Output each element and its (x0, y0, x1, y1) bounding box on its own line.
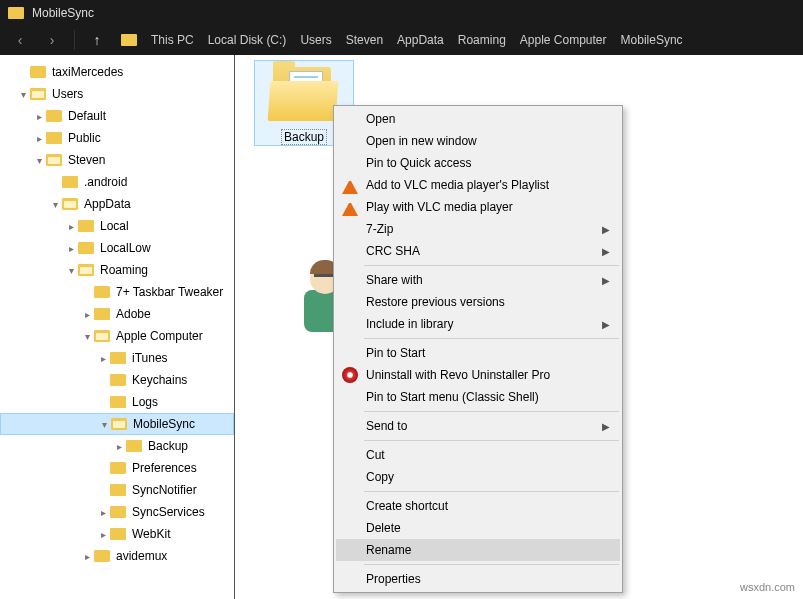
context-menu[interactable]: OpenOpen in new windowPin to Quick acces… (333, 105, 623, 593)
folder-icon (269, 67, 339, 121)
tree-item[interactable]: taxiMercedes (0, 61, 234, 83)
tree-item-label: Adobe (116, 307, 151, 321)
menu-item[interactable]: Copy (336, 466, 620, 488)
menu-item[interactable]: Rename (336, 539, 620, 561)
separator (74, 30, 75, 50)
tree-item[interactable]: ▾AppData (0, 193, 234, 215)
chevron-right-icon[interactable]: ▸ (96, 529, 110, 540)
menu-item[interactable]: Include in library▶ (336, 313, 620, 335)
menu-item[interactable]: Uninstall with Revo Uninstaller Pro (336, 364, 620, 386)
tree-item-label: .android (84, 175, 127, 189)
forward-button[interactable]: › (38, 28, 66, 52)
tree-item[interactable]: SyncNotifier (0, 479, 234, 501)
tree-item[interactable]: ▸Public (0, 127, 234, 149)
menu-separator (364, 491, 619, 492)
tree-item[interactable]: ▾MobileSync (0, 413, 234, 435)
menu-separator (364, 338, 619, 339)
folder-icon (111, 418, 127, 430)
folder-icon (110, 462, 126, 474)
chevron-right-icon[interactable]: ▸ (32, 111, 46, 122)
chevron-right-icon[interactable]: ▸ (64, 221, 78, 232)
menu-item[interactable]: Add to VLC media player's Playlist (336, 174, 620, 196)
menu-item[interactable]: Open (336, 108, 620, 130)
tree-item[interactable]: ▸WebKit (0, 523, 234, 545)
back-button[interactable]: ‹ (6, 28, 34, 52)
tree-item[interactable]: ▸LocalLow (0, 237, 234, 259)
tree-item[interactable]: Logs (0, 391, 234, 413)
folder-icon (110, 352, 126, 364)
tree-item[interactable]: ▾Users (0, 83, 234, 105)
folder-icon (78, 264, 94, 276)
menu-item[interactable]: Cut (336, 444, 620, 466)
tree-item[interactable]: Keychains (0, 369, 234, 391)
tree-item-label: avidemux (116, 549, 167, 563)
folder-icon (46, 110, 62, 122)
breadcrumb-item[interactable]: Local Disk (C:) (208, 33, 287, 47)
breadcrumb-item[interactable]: Roaming (458, 33, 506, 47)
chevron-right-icon[interactable]: ▸ (112, 441, 126, 452)
menu-item[interactable]: Pin to Start menu (Classic Shell) (336, 386, 620, 408)
tree-item[interactable]: ▸Default (0, 105, 234, 127)
menu-item[interactable]: Pin to Quick access (336, 152, 620, 174)
up-button[interactable]: ↑ (83, 28, 111, 52)
chevron-down-icon[interactable]: ▾ (80, 331, 94, 342)
chevron-right-icon[interactable]: ▸ (32, 133, 46, 144)
menu-item[interactable]: Open in new window (336, 130, 620, 152)
folder-icon (78, 220, 94, 232)
chevron-down-icon[interactable]: ▾ (48, 199, 62, 210)
menu-item-label: Delete (366, 521, 401, 535)
tree-item[interactable]: ▸SyncServices (0, 501, 234, 523)
breadcrumb-item[interactable]: Users (300, 33, 331, 47)
tree-item[interactable]: ▸Adobe (0, 303, 234, 325)
menu-item[interactable]: 7-Zip▶ (336, 218, 620, 240)
breadcrumb-item[interactable]: This PC (151, 33, 194, 47)
tree-item[interactable]: ▸Backup (0, 435, 234, 457)
folder-tree[interactable]: taxiMercedes▾Users▸Default▸Public▾Steven… (0, 55, 235, 599)
menu-separator (364, 265, 619, 266)
menu-item-label: CRC SHA (366, 244, 420, 258)
tree-item[interactable]: ▾Steven (0, 149, 234, 171)
menu-separator (364, 440, 619, 441)
breadcrumb-item[interactable]: Apple Computer (520, 33, 607, 47)
folder-icon (30, 88, 46, 100)
title-bar: MobileSync (0, 0, 803, 25)
breadcrumb-item[interactable]: Steven (346, 33, 383, 47)
menu-item[interactable]: Pin to Start (336, 342, 620, 364)
menu-item[interactable]: Properties (336, 568, 620, 590)
menu-item[interactable]: Restore previous versions (336, 291, 620, 313)
menu-item[interactable]: Play with VLC media player (336, 196, 620, 218)
tree-item[interactable]: ▸Local (0, 215, 234, 237)
folder-icon (46, 154, 62, 166)
menu-item[interactable]: Share with▶ (336, 269, 620, 291)
breadcrumb-item[interactable]: AppData (397, 33, 444, 47)
menu-item-label: Include in library (366, 317, 453, 331)
chevron-down-icon[interactable]: ▾ (32, 155, 46, 166)
tree-item[interactable]: ▾Roaming (0, 259, 234, 281)
chevron-down-icon[interactable]: ▾ (97, 419, 111, 430)
chevron-right-icon[interactable]: ▸ (80, 309, 94, 320)
menu-item[interactable]: Delete (336, 517, 620, 539)
chevron-down-icon[interactable]: ▾ (64, 265, 78, 276)
breadcrumb-item[interactable]: MobileSync (621, 33, 683, 47)
tree-item-label: LocalLow (100, 241, 151, 255)
folder-icon (110, 396, 126, 408)
chevron-down-icon[interactable]: ▾ (16, 89, 30, 100)
tree-item[interactable]: ▸avidemux (0, 545, 234, 567)
chevron-right-icon[interactable]: ▸ (80, 551, 94, 562)
tree-item-label: Backup (148, 439, 188, 453)
tree-item[interactable]: ▾Apple Computer (0, 325, 234, 347)
tree-item[interactable]: .android (0, 171, 234, 193)
menu-item[interactable]: Send to▶ (336, 415, 620, 437)
tree-item-label: SyncNotifier (132, 483, 197, 497)
tree-item[interactable]: ▸iTunes (0, 347, 234, 369)
chevron-right-icon[interactable]: ▸ (64, 243, 78, 254)
menu-item-label: Uninstall with Revo Uninstaller Pro (366, 368, 550, 382)
tree-item[interactable]: 7+ Taskbar Tweaker (0, 281, 234, 303)
folder-icon (126, 440, 142, 452)
tree-item[interactable]: Preferences (0, 457, 234, 479)
menu-item[interactable]: Create shortcut (336, 495, 620, 517)
chevron-right-icon[interactable]: ▸ (96, 507, 110, 518)
tree-item-label: Roaming (100, 263, 148, 277)
menu-item[interactable]: CRC SHA▶ (336, 240, 620, 262)
chevron-right-icon[interactable]: ▸ (96, 353, 110, 364)
